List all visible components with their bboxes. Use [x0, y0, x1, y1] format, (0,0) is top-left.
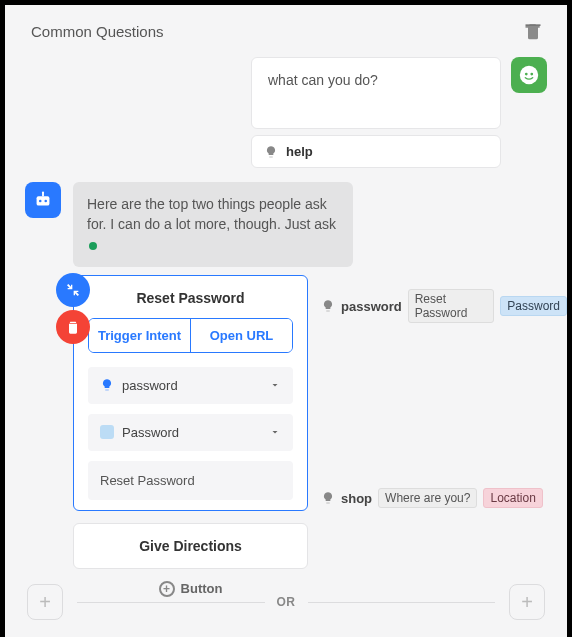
- add-left-button[interactable]: +: [27, 584, 63, 620]
- or-label: OR: [277, 595, 296, 609]
- compress-icon: [65, 282, 81, 298]
- annotation-intent-name: shop: [341, 491, 372, 506]
- intent-annotation-2: shop Where are you? Location: [321, 488, 543, 508]
- bot-avatar: [25, 182, 61, 218]
- svg-point-2: [525, 73, 528, 76]
- divider-line: [308, 602, 496, 603]
- svg-point-6: [44, 200, 47, 203]
- add-right-button[interactable]: +: [509, 584, 545, 620]
- bulb-icon: [100, 378, 114, 392]
- chevron-down-icon: [269, 379, 281, 391]
- chevron-down-icon: [269, 426, 281, 438]
- user-message-bubble[interactable]: what can you do?: [251, 57, 501, 129]
- or-divider-row: + OR +: [5, 584, 567, 620]
- entity-select-value: Password: [122, 425, 179, 440]
- move-handle-button[interactable]: [56, 273, 90, 307]
- annotation-badge[interactable]: Password: [500, 296, 567, 316]
- entity-icon: [100, 425, 114, 439]
- bulb-icon: [264, 145, 278, 159]
- typing-dot-icon: [89, 242, 97, 250]
- bot-message-row: Here are the top two things people ask f…: [5, 168, 567, 267]
- annotation-badge[interactable]: Location: [483, 488, 542, 508]
- annotation-badge[interactable]: Where are you?: [378, 488, 477, 508]
- svg-rect-4: [37, 196, 50, 205]
- help-chip[interactable]: help: [251, 135, 501, 168]
- svg-rect-0: [526, 24, 541, 26]
- annotation-badge[interactable]: Reset Password: [408, 289, 495, 323]
- intent-select-value: password: [122, 378, 178, 393]
- entity-select[interactable]: Password: [88, 414, 293, 451]
- user-message-row: what can you do? help: [5, 53, 567, 168]
- robot-icon: [32, 189, 54, 211]
- svg-point-8: [42, 192, 44, 194]
- delete-block-button[interactable]: [523, 21, 543, 41]
- delete-card-button[interactable]: [56, 310, 90, 344]
- bulb-icon: [321, 299, 335, 313]
- trash-icon: [523, 21, 543, 41]
- card-title[interactable]: Reset Password: [88, 290, 293, 306]
- intent-select[interactable]: password: [88, 367, 293, 404]
- trash-icon: [65, 319, 81, 335]
- bulb-icon: [321, 491, 335, 505]
- annotation-intent-name: password: [341, 299, 402, 314]
- user-avatar: [511, 57, 547, 93]
- bot-face-icon: [518, 64, 540, 86]
- give-directions-button[interactable]: Give Directions: [73, 523, 308, 569]
- action-type-tabs: Trigger Intent Open URL: [88, 318, 293, 353]
- page-title: Common Questions: [31, 23, 164, 40]
- tab-open-url[interactable]: Open URL: [190, 319, 292, 352]
- divider-line: [77, 602, 265, 603]
- button-config-card: Reset Password Trigger Intent Open URL p…: [73, 275, 308, 511]
- svg-point-5: [39, 200, 42, 203]
- bot-message-bubble[interactable]: Here are the top two things people ask f…: [73, 182, 353, 267]
- display-text-input[interactable]: Reset Password: [88, 461, 293, 500]
- tab-trigger-intent[interactable]: Trigger Intent: [89, 319, 190, 352]
- bot-message-text: Here are the top two things people ask f…: [87, 196, 336, 232]
- help-chip-label: help: [286, 144, 313, 159]
- svg-point-1: [520, 66, 538, 84]
- intent-annotation-1: password Reset Password Password: [321, 289, 567, 323]
- svg-point-3: [530, 73, 533, 76]
